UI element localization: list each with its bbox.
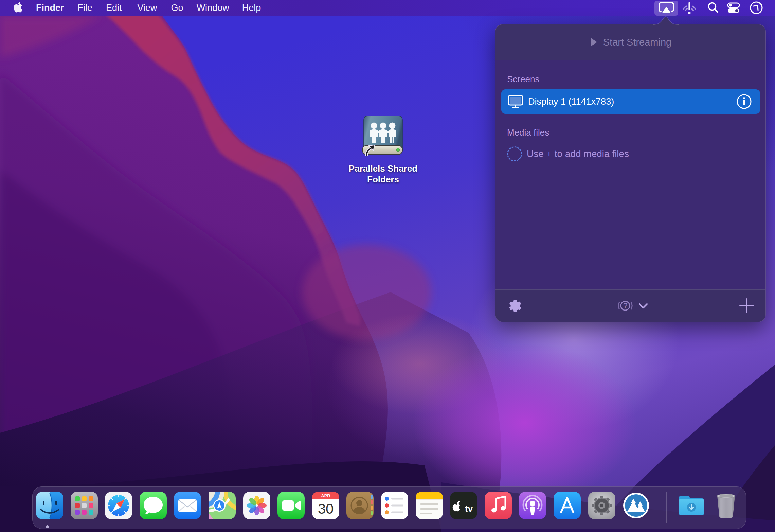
svg-text:tv: tv: [465, 503, 473, 514]
svg-text:APR: APR: [321, 493, 330, 498]
svg-text:30: 30: [318, 501, 334, 517]
svg-text:?: ?: [623, 301, 627, 310]
